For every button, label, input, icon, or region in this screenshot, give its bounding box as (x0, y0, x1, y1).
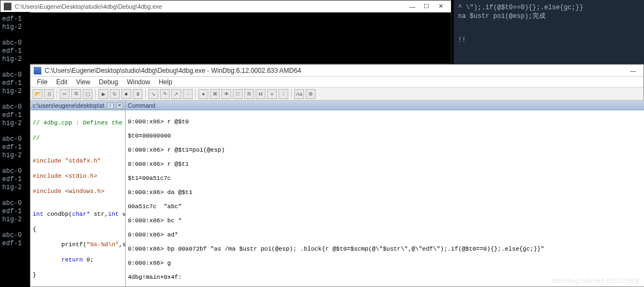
maximize-button[interactable]: ☐ (419, 2, 434, 11)
close-button[interactable]: ✕ (434, 2, 448, 11)
cut-icon[interactable]: ✂ (60, 89, 70, 99)
registers-icon[interactable]: R (244, 89, 254, 99)
right-terminal-panel: ^ \");.if(@$t0==0){};.else{gc;}} na $ust… (454, 0, 644, 64)
stop-icon[interactable]: ■ (121, 89, 131, 99)
memory-icon[interactable]: M (256, 89, 265, 99)
menu-view[interactable]: View (72, 77, 95, 87)
step-over-icon[interactable]: ↷ (160, 89, 170, 99)
term-line: !! (458, 36, 640, 45)
menubar: File Edit View Debug Window Help (30, 77, 643, 88)
copy-icon[interactable]: ⧉ (71, 89, 81, 99)
term-line: na $ustr poi(@esp);完成 (458, 12, 640, 21)
watch-icon[interactable]: 👁 (221, 89, 231, 99)
paste-icon[interactable]: ▢ (83, 89, 92, 99)
minimize-button[interactable]: — (405, 2, 419, 11)
console-window: C:\Users\Eugene\Desktop\studio\4dbg\Debu… (0, 0, 451, 64)
source-pane: c:\users\eugene\desktop\st ⟟ ✕ // 4dbg.c… (30, 101, 126, 286)
go-icon[interactable]: ▶ (98, 89, 108, 99)
save-icon[interactable]: ⎙ (44, 89, 54, 99)
break-icon[interactable]: ⏸ (133, 89, 143, 99)
console-titlebar[interactable]: C:\Users\Eugene\Desktop\studio\4dbg\Debu… (1, 1, 451, 13)
command-pane: Command 0:000:x86> r @$t0 $t0=00000000 0… (126, 101, 644, 286)
run-to-cursor-icon[interactable]: → (183, 89, 193, 99)
source-body[interactable]: // 4dbg.cpp : Defines the ent // #includ… (30, 110, 125, 286)
windbg-title-text: C:\Users\Eugene\Desktop\studio\4dbg\Debu… (45, 67, 626, 74)
pin-icon[interactable]: ⟟ (107, 102, 114, 109)
close-tab-icon[interactable]: ✕ (116, 102, 123, 109)
source-tab[interactable]: c:\users\eugene\desktop\st ⟟ ✕ (30, 101, 125, 110)
open-icon[interactable]: 📂 (33, 89, 42, 99)
command-output[interactable]: 0:000:x86> r @$t0 $t0=00000000 0:000:x86… (126, 110, 644, 286)
menu-help[interactable]: Help (154, 77, 177, 87)
console-app-icon (4, 3, 11, 10)
options-icon[interactable]: ⚙ (306, 89, 315, 99)
menu-debug[interactable]: Debug (95, 77, 122, 87)
breakpoint-icon[interactable]: ● (199, 89, 208, 99)
term-line: ^ \");.if(@$t0==0){};.else{gc;}} (458, 3, 640, 12)
windbg-titlebar[interactable]: C:\Users\Eugene\Desktop\studio\4dbg\Debu… (30, 65, 643, 77)
minimize-button[interactable]: — (626, 66, 640, 76)
step-out-icon[interactable]: ↗ (171, 89, 181, 99)
command-pane-label: Command (128, 102, 156, 109)
menu-file[interactable]: File (33, 77, 52, 87)
command-pane-title[interactable]: Command (126, 101, 644, 110)
font-icon[interactable]: Aa (294, 89, 304, 99)
source-tab-label: c:\users\eugene\desktop\st (33, 102, 104, 109)
restart-icon[interactable]: ↻ (110, 89, 120, 99)
watermark: https://blog.csdn.net/li @51CTO博客 (552, 277, 640, 285)
step-into-icon[interactable]: ↘ (148, 89, 158, 99)
disasm-icon[interactable]: ⋮ (278, 89, 288, 99)
menu-edit[interactable]: Edit (52, 77, 72, 87)
left-output-gutter: edf-1hig-2 abc-0edf-1hig-2 abc-0edf-1hig… (0, 12, 30, 287)
console-body (1, 13, 451, 64)
windbg-app-icon (34, 67, 41, 74)
toolbar: 📂 ⎙ ✂ ⧉ ▢ ▶ ↻ ■ ⏸ ↘ ↷ ↗ → ● ⌘ 👁 □ R M ≡ … (30, 88, 643, 101)
console-title: C:\Users\Eugene\Desktop\studio\4dbg\Debu… (15, 3, 405, 10)
command-icon[interactable]: ⌘ (210, 89, 220, 99)
locals-icon[interactable]: □ (233, 89, 243, 99)
windbg-window: C:\Users\Eugene\Desktop\studio\4dbg\Debu… (30, 64, 644, 287)
callstack-icon[interactable]: ≡ (267, 89, 277, 99)
menu-window[interactable]: Window (122, 77, 154, 87)
